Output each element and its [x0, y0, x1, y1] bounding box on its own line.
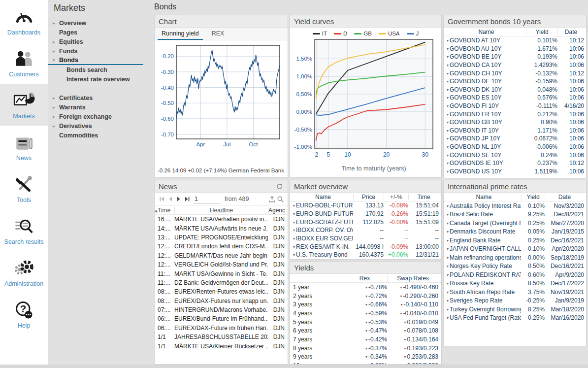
prime-rate-row[interactable]: ▾Main refinancing operations0.00%Sep/18/…	[444, 253, 586, 262]
nav-item-foreign-exchange[interactable]: ▸Foreign exchange	[48, 112, 143, 121]
news-row[interactable]: 07:...HINTERGRUND/Macrons Vorhabe...DJN	[155, 305, 288, 314]
govbond-row[interactable]: ▾GOVBOND FI 10Y-0.111%4/16/20	[444, 102, 586, 110]
export-icon[interactable]	[268, 195, 276, 203]
row-expander-icon[interactable]: ▾	[365, 346, 367, 351]
row-expander-icon[interactable]: ▾	[447, 38, 449, 43]
yield-row[interactable]: 5 years▾-0.53%▾0.019/0.049	[290, 318, 441, 327]
nav-item-commodities[interactable]: Commodities	[48, 131, 143, 140]
prime-rate-row[interactable]: ▾Turkey Overnight Borrowing8.25%Mar/18/2…	[444, 305, 586, 314]
prime-rate-row[interactable]: ▾South African Repo Rate3.75%Nov/19/2021	[444, 288, 586, 297]
nav-item-bonds[interactable]: ▾Bonds	[48, 56, 143, 65]
news-row[interactable]: 1/1JAHRESABSCHLUSSTABELLE 2021...DJN	[155, 333, 288, 341]
govbond-row[interactable]: ▾GOVBOND FR 10Y0.212%10:06	[444, 110, 586, 118]
prime-rate-row[interactable]: ▾Brazil Selic Rate9.25%Dec/8/2021	[444, 210, 586, 219]
govbond-row[interactable]: ▾GOVBOND NL 10Y-0.006%10:06	[444, 143, 586, 151]
nav-item-overview[interactable]: ▸Overview	[48, 18, 143, 28]
row-expander-icon[interactable]: ▾	[293, 236, 295, 241]
news-row[interactable]: 06:...EUREX/DAX-Future im frühen Han...D…	[155, 324, 288, 333]
row-expander-icon[interactable]: ▾	[447, 316, 449, 320]
govbond-row[interactable]: ▾GOVBOND US 10Y1.5119%10:06	[444, 167, 586, 176]
news-row[interactable]: 14:...MÄRKTE USA/Aufwärts ins neue J...D…	[155, 224, 288, 233]
govbond-row[interactable]: ▾GOVBOND AU 10Y1.671%10:06	[444, 45, 586, 53]
nav-item-pages[interactable]: Pages	[48, 28, 143, 37]
row-expander-icon[interactable]: ▾	[447, 290, 449, 295]
row-expander-icon[interactable]: ▾	[447, 256, 449, 260]
sidebar-item-help[interactable]: ?Help	[0, 293, 48, 335]
govbond-row[interactable]: ▾GOVBOND SE 10Y0.24%10:06	[444, 151, 586, 159]
row-expander-icon[interactable]: ▾	[365, 285, 367, 290]
row-expander-icon[interactable]: ▾	[293, 203, 295, 208]
market-row[interactable]: ▾IBOXX EUR SOV.GER.OV.RE------	[290, 234, 441, 243]
search-icon[interactable]	[276, 195, 285, 203]
sidebar-item-administration[interactable]: Administration	[0, 251, 48, 293]
prime-rate-row[interactable]: ▾Norges Key Policy Rate0.50%Dec/16/2021	[444, 262, 586, 271]
row-expander-icon[interactable]: ▾	[293, 212, 295, 216]
govbond-row[interactable]: ▾GOVBONDS IE 10Y0.237%10:12	[444, 159, 586, 167]
news-row[interactable]: 16:...MÄRKTE USA/Verhalten positiv in...…	[155, 215, 288, 224]
row-expander-icon[interactable]: ▾	[447, 79, 449, 84]
news-row[interactable]: 12:...GELDMARKT/Das neue Jahr begin...DJ…	[155, 251, 288, 260]
row-expander-icon[interactable]: ▾	[447, 120, 449, 125]
row-expander-icon[interactable]: ▾	[447, 273, 449, 277]
yield-row[interactable]: 8 years▾-0.37%▾0.193/0.223	[290, 344, 441, 353]
yield-row[interactable]: 9 years▾-0.34%▾0.253/0.283	[290, 353, 441, 362]
row-expander-icon[interactable]: ▾	[293, 245, 295, 249]
govbond-row[interactable]: ▾GOVBOND DK 10Y0.048%10:06	[444, 86, 586, 94]
row-expander-icon[interactable]: ▾	[293, 220, 295, 225]
first-page-button[interactable]	[158, 195, 166, 203]
horizontal-scrollbar[interactable]	[0, 365, 588, 368]
prime-rate-row[interactable]: ▾Sveriges Repo Rate-0.25%Jan/9/2019	[444, 297, 586, 305]
row-expander-icon[interactable]: ▾	[447, 63, 449, 67]
row-expander-icon[interactable]: ▾	[447, 153, 449, 158]
nav-item-certificates[interactable]: ▸Certificates	[48, 93, 143, 102]
prime-rate-row[interactable]: ▾Canada Target (Overnight Rate)0.25%Mar/…	[444, 219, 586, 228]
row-expander-icon[interactable]: ▾	[365, 302, 367, 307]
nav-item-equities[interactable]: ▸Equities	[48, 37, 143, 46]
govbond-row[interactable]: ▾GOVBOND CH 10Y-0.132%10:12	[444, 69, 586, 77]
market-row[interactable]: ▾EURO-BOBL-FUTURE133.13-0.08%15:51:04	[290, 201, 441, 210]
news-row[interactable]: 12:...VERGLEICH Gold/Ist-Stand und Pr...…	[155, 260, 288, 269]
prime-rate-row[interactable]: ▾JAPAN OVERNIGHT CALL RATE-0.10%Apr/20/2…	[444, 245, 586, 254]
prime-rate-row[interactable]: ▾USA Fed Fund Target (Rate)0.25%Mar/16/2…	[444, 314, 586, 323]
govbond-row[interactable]: ▾GOVBOND BE 10Y0.193%10:06	[444, 53, 586, 61]
prime-rate-row[interactable]: ▾Australia Policy Interest Rate0.10%Nov/…	[444, 201, 586, 210]
govbond-row[interactable]: ▾GOVBOND IT 10Y1.171%10:06	[444, 127, 586, 135]
prime-rate-row[interactable]: ▾Denmarks Discount Rate0.05%Jan/19/2015	[444, 228, 586, 236]
row-expander-icon[interactable]: ▾	[447, 307, 449, 312]
row-expander-icon[interactable]: ▾	[404, 329, 406, 333]
yield-row[interactable]: 1 year▾-0.78%▾-0.490/-0.460	[290, 283, 441, 292]
row-expander-icon[interactable]: ▾	[447, 204, 449, 208]
yield-row[interactable]: 7 years▾-0.42%▾0.134/0.164	[290, 335, 441, 344]
row-expander-icon[interactable]: ▾	[365, 337, 367, 342]
govbond-row[interactable]: ▾GOVBOND GB 10Y0.90%10:06	[444, 118, 586, 127]
row-expander-icon[interactable]: ▾	[447, 47, 449, 51]
row-expander-icon[interactable]: ▾	[365, 311, 367, 316]
row-expander-icon[interactable]: ▾	[447, 104, 449, 108]
row-expander-icon[interactable]: ▾	[400, 294, 402, 299]
row-expander-icon[interactable]: ▾	[447, 238, 449, 243]
row-expander-icon[interactable]: ▾	[404, 320, 406, 325]
last-page-button[interactable]	[183, 195, 191, 203]
sidebar-item-customers[interactable]: Customers	[0, 42, 48, 84]
refresh-icon[interactable]	[275, 182, 284, 191]
news-row[interactable]: 11:...MARKT USA/Gewinne in Sicht - Te...…	[155, 269, 288, 278]
govbond-row[interactable]: ▾GOVBOND DE 10Y-0.159%10:06	[444, 77, 586, 86]
row-expander-icon[interactable]: ▾	[447, 247, 449, 251]
row-expander-icon[interactable]: ▾	[400, 285, 402, 290]
row-expander-icon[interactable]: ▾	[447, 299, 449, 303]
next-page-button[interactable]	[174, 195, 183, 203]
row-expander-icon[interactable]: ▾	[447, 112, 449, 117]
yield-row[interactable]: 6 years▾-0.47%▾0.078/0.108	[290, 326, 441, 335]
news-row[interactable]: 08:...EUREX/DAX-Futures nur knapp un...D…	[155, 297, 288, 305]
row-expander-icon[interactable]: ▾	[365, 355, 367, 359]
row-expander-icon[interactable]: ▾	[293, 228, 295, 233]
news-row[interactable]: 1/1MÄRKTE USA/Kleiner Rücksetzer ...DJN	[155, 341, 288, 350]
nav-item-funds[interactable]: ▸Funds	[48, 46, 143, 56]
prev-page-button[interactable]	[166, 195, 174, 203]
prime-rate-row[interactable]: ▾Russia Key Rate8.50%Dec/17/2022	[444, 279, 586, 288]
govbond-row[interactable]: ▾GOVBOND CA 10Y1.4293%10:06	[444, 61, 586, 69]
page-input[interactable]	[193, 195, 221, 203]
collapse-arrow-icon[interactable]: ◀	[154, 209, 157, 213]
market-row[interactable]: ▾REX GESAMT K-IN.144.0998 I-0.09%13:00:0…	[290, 242, 441, 251]
row-expander-icon[interactable]: ▾	[447, 96, 449, 100]
